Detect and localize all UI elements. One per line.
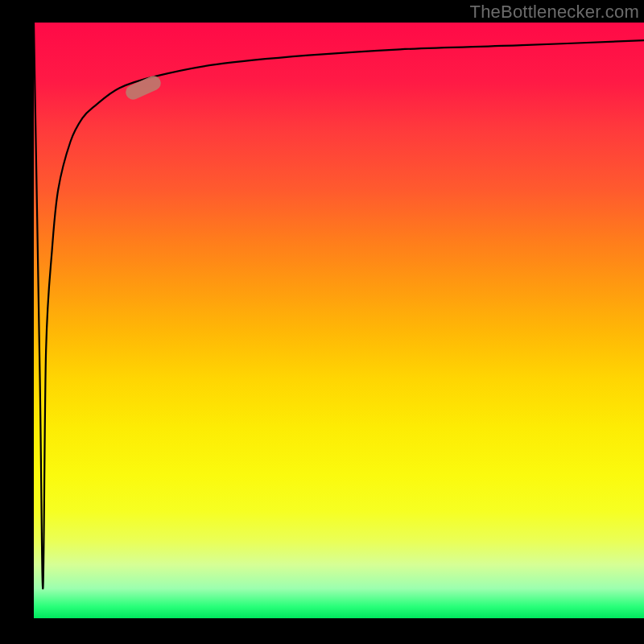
watermark-text: TheBottlenecker.com [470,2,639,23]
chart-background-gradient [34,23,644,618]
chart-plot-area [34,23,644,618]
